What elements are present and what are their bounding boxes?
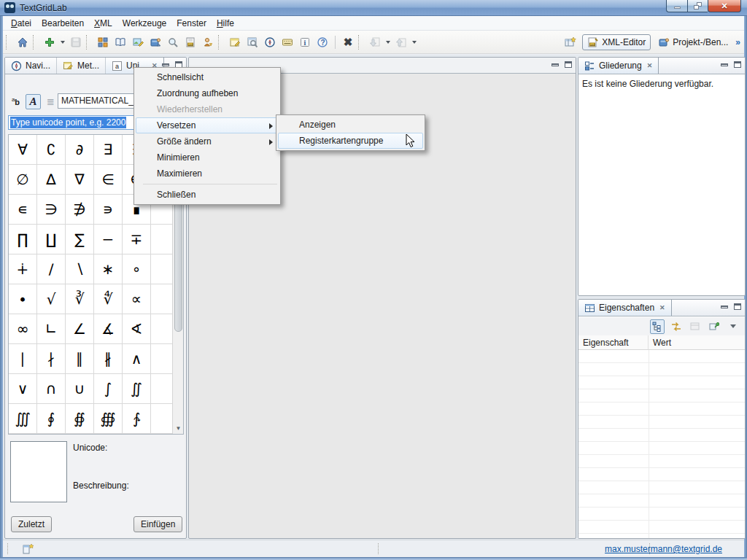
- menu-item-versetzen[interactable]: Versetzen: [136, 117, 279, 133]
- titlebar[interactable]: TextGridLab: [0, 0, 747, 16]
- fast-view-icon[interactable]: [22, 543, 35, 557]
- menu-item-maximieren[interactable]: Maximieren: [136, 166, 279, 182]
- navigator-compass-icon[interactable]: [262, 34, 278, 50]
- import-icon[interactable]: [367, 34, 383, 50]
- unicode-char-cell[interactable]: ∈: [94, 165, 123, 195]
- unicode-char-cell[interactable]: ∪: [66, 374, 94, 404]
- close-button[interactable]: ✕: [708, 0, 741, 12]
- maximize-view-icon[interactable]: [734, 303, 741, 310]
- properties-table-row[interactable]: [578, 402, 745, 416]
- export-caret-icon[interactable]: [412, 41, 417, 44]
- unicode-char-cell[interactable]: ∓: [123, 225, 151, 254]
- unicode-char-cell[interactable]: −: [94, 225, 123, 254]
- properties-table-row[interactable]: [578, 494, 745, 508]
- user-account-link[interactable]: max.mustermann@textgrid.de: [605, 544, 722, 554]
- menu-item-registerkartengruppe[interactable]: Registerkartengruppe: [278, 133, 423, 149]
- unicode-char-cell[interactable]: ∨: [9, 374, 37, 404]
- user-rights-icon[interactable]: [200, 34, 216, 50]
- tab-close-icon[interactable]: ✕: [658, 304, 665, 311]
- sort-alpha-icon[interactable]: [669, 319, 684, 334]
- properties-table-row[interactable]: [578, 521, 745, 534]
- column-header-eigenschaft[interactable]: Eigenschaft: [578, 335, 649, 349]
- unicode-char-cell[interactable]: ∤: [37, 344, 66, 374]
- tab-gliederung[interactable]: Gliederung ✕: [578, 58, 659, 74]
- unicode-char-cell[interactable]: ∃: [94, 135, 123, 165]
- views-grid-icon[interactable]: [95, 34, 111, 50]
- menu-werkzeuge[interactable]: Werkzeuge: [117, 17, 171, 30]
- unicode-char-cell[interactable]: ∟: [37, 314, 66, 344]
- tab-eigenschaften[interactable]: Eigenschaften ✕: [578, 300, 672, 316]
- menu-datei[interactable]: Datei: [6, 17, 36, 30]
- minimize-view-icon[interactable]: [721, 306, 728, 308]
- view-menu-icon[interactable]: [726, 319, 740, 334]
- unicode-char-cell[interactable]: ∯: [66, 404, 94, 434]
- unicode-char-cell[interactable]: ∖: [66, 254, 94, 284]
- menu-item-zuordnung-aufheben[interactable]: Zuordnung aufheben: [136, 85, 279, 101]
- properties-table-row[interactable]: [578, 455, 745, 468]
- unicode-char-cell[interactable]: ∣: [9, 344, 37, 374]
- perspective-xml-editor[interactable]: xml XML-Editor: [582, 34, 651, 50]
- menu-xml[interactable]: XML: [89, 17, 117, 30]
- menu-item-größe-ändern[interactable]: Größe ändern: [136, 133, 279, 149]
- unicode-char-cell[interactable]: ∡: [94, 314, 123, 344]
- unicode-char-cell[interactable]: ∬: [123, 374, 151, 404]
- restore-button[interactable]: [687, 0, 708, 12]
- menu-bearbeiten[interactable]: Bearbeiten: [36, 17, 89, 30]
- unicode-char-cell[interactable]: ∦: [94, 344, 123, 374]
- unicode-char-cell[interactable]: ∋: [37, 195, 66, 225]
- column-header-wert[interactable]: Wert: [649, 335, 745, 349]
- search-dialog-icon[interactable]: [244, 34, 260, 50]
- unicode-char-cell[interactable]: ∕: [37, 254, 66, 284]
- unicode-char-cell[interactable]: ∝: [123, 284, 151, 314]
- maximize-view-icon[interactable]: [565, 61, 572, 68]
- unicode-char-cell[interactable]: ∑: [66, 225, 94, 254]
- menu-item-minimieren[interactable]: Minimieren: [136, 149, 279, 166]
- insert-button[interactable]: Einfügen: [133, 516, 182, 532]
- home-icon[interactable]: [15, 34, 31, 50]
- name-mode-button[interactable]: ab: [8, 94, 23, 109]
- tab-close-icon[interactable]: ✕: [646, 62, 653, 69]
- perspective-overflow-chevron[interactable]: »: [735, 37, 740, 47]
- menu-hilfe[interactable]: Hilfe: [212, 17, 239, 30]
- unicode-char-cell[interactable]: ∭: [9, 404, 37, 434]
- new-object-icon[interactable]: [42, 34, 58, 50]
- unicode-char-cell[interactable]: ∩: [37, 374, 66, 404]
- properties-table-row[interactable]: [578, 429, 745, 442]
- text-editor-icon[interactable]: [227, 34, 243, 50]
- maximize-view-icon[interactable]: [734, 61, 741, 68]
- menu-item-anzeigen[interactable]: Anzeigen: [278, 117, 423, 133]
- properties-table-row[interactable]: [578, 481, 745, 494]
- menu-item-schließen[interactable]: Schließen: [136, 187, 279, 203]
- minimize-button[interactable]: [666, 0, 687, 12]
- unicode-char-cell[interactable]: ∥: [66, 344, 94, 374]
- unicode-char-cell[interactable]: ∧: [123, 344, 151, 374]
- unicode-char-cell[interactable]: ∫: [94, 374, 123, 404]
- export-icon[interactable]: [393, 34, 409, 50]
- search-icon[interactable]: [165, 34, 181, 50]
- properties-table-row[interactable]: [578, 363, 745, 376]
- minimize-view-icon[interactable]: [721, 63, 728, 66]
- open-perspective-icon[interactable]: [562, 34, 578, 50]
- unicode-char-cell[interactable]: ∛: [66, 284, 94, 314]
- unicode-char-cell[interactable]: ∔: [9, 254, 37, 284]
- show-categories-icon[interactable]: [688, 319, 703, 334]
- library-book-icon[interactable]: [112, 34, 128, 50]
- tree-mode-icon[interactable]: [650, 319, 665, 334]
- unicode-char-cell[interactable]: ∁: [37, 135, 66, 165]
- tab-navigator[interactable]: Navi...: [5, 58, 57, 74]
- recent-button[interactable]: Zuletzt: [11, 516, 52, 532]
- properties-table-row[interactable]: [578, 416, 745, 429]
- perspective-projekt-benutzer[interactable]: Projekt-/Ben...: [654, 35, 732, 50]
- properties-table-row[interactable]: [578, 468, 745, 481]
- minimize-view-icon[interactable]: [551, 63, 559, 66]
- save-icon[interactable]: [68, 34, 84, 50]
- project-browser-icon[interactable]: [147, 34, 163, 50]
- unicode-char-cell[interactable]: ∠: [66, 314, 94, 344]
- unicode-char-cell[interactable]: ∏: [9, 225, 37, 254]
- unicode-char-cell[interactable]: ∐: [37, 225, 66, 254]
- menu-fenster[interactable]: Fenster: [171, 17, 212, 30]
- help-icon[interactable]: ?: [314, 34, 330, 50]
- unicode-char-cell[interactable]: ∊: [9, 195, 37, 225]
- virtual-keyboard-icon[interactable]: [279, 34, 295, 50]
- unicode-char-cell[interactable]: ∰: [94, 404, 123, 434]
